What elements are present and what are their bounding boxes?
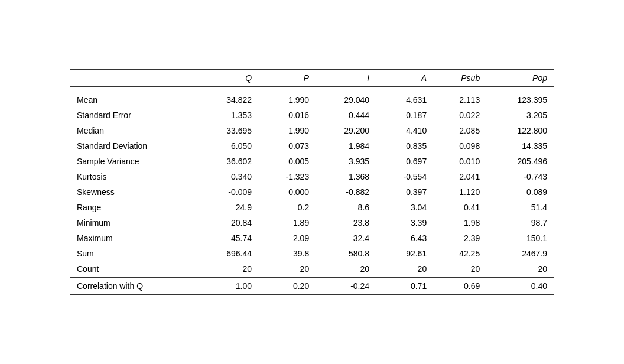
row-value: 51.4 (487, 200, 554, 215)
row-value: 205.496 (487, 154, 554, 169)
row-value: 1.89 (259, 215, 316, 230)
row-value: 6.43 (376, 230, 434, 246)
row-value: 1.353 (199, 108, 259, 123)
row-value: 36.602 (199, 154, 259, 169)
row-value: 580.8 (316, 246, 376, 261)
row-value: 3.935 (316, 154, 376, 169)
row-value: 3.39 (376, 215, 434, 230)
row-value: 34.822 (199, 87, 259, 108)
row-value: 14.335 (487, 138, 554, 154)
footer-q: 1.00 (199, 277, 259, 295)
table-row: Maximum45.742.0932.46.432.39150.1 (70, 230, 554, 246)
row-value: 0.397 (376, 184, 434, 200)
row-value: 20 (199, 261, 259, 277)
row-value: 8.6 (316, 200, 376, 215)
row-value: 29.040 (316, 87, 376, 108)
row-value: 2.085 (434, 123, 487, 138)
row-value: 0.697 (376, 154, 434, 169)
row-value: -0.554 (376, 169, 434, 184)
row-label: Standard Error (70, 108, 199, 123)
row-value: 0.835 (376, 138, 434, 154)
row-value: 33.695 (199, 123, 259, 138)
row-value: 2.09 (259, 230, 316, 246)
row-value: 20 (316, 261, 376, 277)
footer-psub: 0.69 (434, 277, 487, 295)
row-value: 24.9 (199, 200, 259, 215)
row-label: Standard Deviation (70, 138, 199, 154)
footer-a: 0.71 (376, 277, 434, 295)
row-value: 20 (376, 261, 434, 277)
row-value: 20 (487, 261, 554, 277)
header-pop: Pop (487, 69, 554, 87)
row-value: 0.187 (376, 108, 434, 123)
row-value: 0.010 (434, 154, 487, 169)
row-value: 1.990 (259, 87, 316, 108)
row-value: 92.61 (376, 246, 434, 261)
header-row: Q P I A Psub Pop (70, 69, 554, 87)
row-value: 696.44 (199, 246, 259, 261)
row-value: 0.000 (259, 184, 316, 200)
row-value: 2.041 (434, 169, 487, 184)
row-value: 3.04 (376, 200, 434, 215)
header-q: Q (199, 69, 259, 87)
row-value: -0.009 (199, 184, 259, 200)
footer-row: Correlation with Q 1.00 0.20 -0.24 0.71 … (70, 277, 554, 295)
row-value: 1.98 (434, 215, 487, 230)
row-value: 0.073 (259, 138, 316, 154)
table-row: Standard Error1.3530.0160.4440.1870.0223… (70, 108, 554, 123)
row-value: -0.743 (487, 169, 554, 184)
row-value: 122.800 (487, 123, 554, 138)
statistics-table: Q P I A Psub Pop Mean34.8221.99029.0404.… (70, 69, 554, 295)
row-value: 0.340 (199, 169, 259, 184)
table-row: Sum696.4439.8580.892.6142.252467.9 (70, 246, 554, 261)
row-label: Maximum (70, 230, 199, 246)
row-value: 0.41 (434, 200, 487, 215)
row-value: 32.4 (316, 230, 376, 246)
row-value: 23.8 (316, 215, 376, 230)
footer-label: Correlation with Q (70, 277, 199, 295)
row-label: Skewness (70, 184, 199, 200)
row-value: 0.005 (259, 154, 316, 169)
header-psub: Psub (434, 69, 487, 87)
row-value: 0.022 (434, 108, 487, 123)
row-value: 1.120 (434, 184, 487, 200)
table-row: Mean34.8221.99029.0404.6312.113123.395 (70, 87, 554, 108)
row-value: 0.016 (259, 108, 316, 123)
row-value: 4.410 (376, 123, 434, 138)
row-value: 1.990 (259, 123, 316, 138)
row-value: 123.395 (487, 87, 554, 108)
row-label: Sample Variance (70, 154, 199, 169)
row-value: 20 (434, 261, 487, 277)
header-p: P (259, 69, 316, 87)
row-value: 42.25 (434, 246, 487, 261)
row-value: 0.089 (487, 184, 554, 200)
table-row: Median33.6951.99029.2004.4102.085122.800 (70, 123, 554, 138)
stats-table-container: Q P I A Psub Pop Mean34.8221.99029.0404.… (70, 69, 554, 295)
row-value: 0.098 (434, 138, 487, 154)
row-value: 98.7 (487, 215, 554, 230)
row-label: Range (70, 200, 199, 215)
table-row: Kurtosis0.340-1.3231.368-0.5542.041-0.74… (70, 169, 554, 184)
header-a: A (376, 69, 434, 87)
row-label: Count (70, 261, 199, 277)
row-label: Kurtosis (70, 169, 199, 184)
row-label: Minimum (70, 215, 199, 230)
row-label: Mean (70, 87, 199, 108)
row-value: 20 (259, 261, 316, 277)
row-value: 2.39 (434, 230, 487, 246)
row-value: 45.74 (199, 230, 259, 246)
row-value: 150.1 (487, 230, 554, 246)
row-value: -1.323 (259, 169, 316, 184)
row-value: 4.631 (376, 87, 434, 108)
footer-p: 0.20 (259, 277, 316, 295)
row-value: 1.368 (316, 169, 376, 184)
row-value: 20.84 (199, 215, 259, 230)
row-value: 6.050 (199, 138, 259, 154)
header-i: I (316, 69, 376, 87)
row-value: 29.200 (316, 123, 376, 138)
row-value: 2467.9 (487, 246, 554, 261)
row-value: 3.205 (487, 108, 554, 123)
table-row: Minimum20.841.8923.83.391.9898.7 (70, 215, 554, 230)
table-row: Standard Deviation6.0500.0731.9840.8350.… (70, 138, 554, 154)
header-label-col (70, 69, 199, 87)
